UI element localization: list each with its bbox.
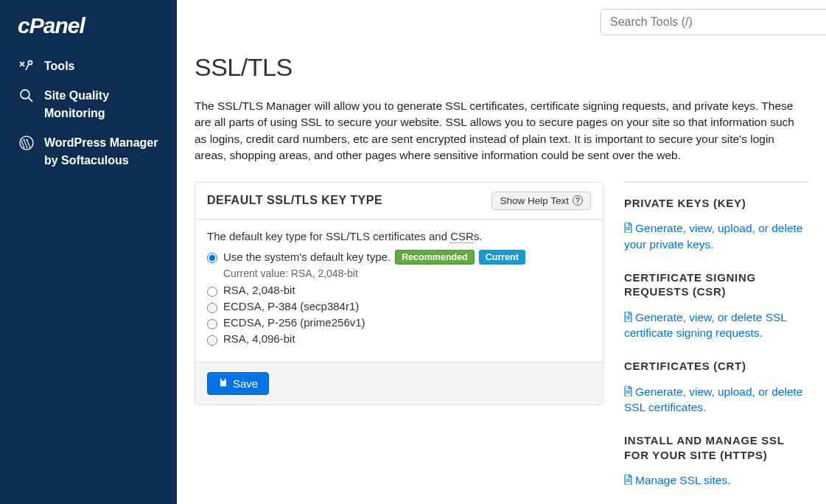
file-icon	[624, 385, 632, 398]
svg-point-1	[21, 90, 29, 99]
key-type-option-rsa2048[interactable]: RSA, 2,048-bit	[207, 284, 591, 297]
sidebar: ccPanelPanel Tools Site Quality Monitori…	[0, 0, 177, 504]
section-certificates: CERTIFICATES (CRT) Generate, view, uploa…	[624, 359, 808, 416]
radio-rsa2048[interactable]	[207, 287, 217, 297]
section-title: INSTALL AND MANAGE SSL FOR YOUR SITE (HT…	[624, 433, 808, 462]
divider	[624, 182, 808, 183]
radio-label: ECDSA, P-256 (prime256v1)	[223, 316, 365, 329]
radio-rsa4096[interactable]	[207, 335, 217, 346]
radio-label: RSA, 2,048-bit	[223, 284, 295, 296]
csr-abbrev: CSR	[450, 230, 474, 243]
key-type-option-rsa4096[interactable]: RSA, 4,096-bit	[207, 332, 591, 346]
magnifier-icon	[18, 87, 35, 105]
key-type-option-ecdsa384[interactable]: ECDSA, P-384 (secp384r1)	[207, 300, 591, 313]
columns: DEFAULT SSL/TLS KEY TYPE Show Help Text …	[195, 182, 808, 504]
current-value-text: Current value: RSA, 2,048-bit	[223, 267, 591, 279]
wordpress-icon	[18, 134, 35, 152]
radio-default[interactable]	[207, 253, 217, 263]
sidebar-item-label: WordPress Manager by Softaculous	[44, 134, 159, 169]
help-button-label: Show Help Text	[500, 195, 569, 206]
card-body: The default key type for SSL/TLS certifi…	[195, 220, 603, 362]
search-input[interactable]	[601, 9, 826, 35]
question-icon: ?	[573, 195, 583, 206]
key-type-option-ecdsa256[interactable]: ECDSA, P-256 (prime256v1)	[207, 316, 591, 329]
current-badge: Current	[479, 250, 525, 265]
page-title: SSL/TLS	[195, 53, 808, 82]
topbar	[177, 0, 826, 44]
brand-logo[interactable]: ccPanelPanel	[0, 13, 177, 52]
radio-label: ECDSA, P-384 (secp384r1)	[223, 300, 359, 312]
file-icon	[624, 474, 632, 486]
card-title: DEFAULT SSL/TLS KEY TYPE	[207, 194, 382, 207]
radio-label: Use the system's default key type.	[223, 251, 391, 263]
manage-ssl-link[interactable]: Manage SSL sites.	[624, 474, 731, 486]
card-column: DEFAULT SSL/TLS KEY TYPE Show Help Text …	[195, 182, 603, 504]
card-body-desc: The default key type for SSL/TLS certifi…	[207, 230, 591, 242]
save-icon	[218, 377, 228, 390]
radio-label: RSA, 4,096-bit	[223, 332, 295, 345]
page-description: The SSL/TLS Manager will allow you to ge…	[195, 98, 808, 164]
csr-link[interactable]: Generate, view, or delete SSL certificat…	[624, 311, 786, 340]
section-title: PRIVATE KEYS (KEY)	[624, 196, 808, 211]
recommended-badge: Recommended	[395, 250, 475, 265]
brand-logo-text: ccPanelPanel	[18, 13, 85, 38]
right-column: PRIVATE KEYS (KEY) Generate, view, uploa…	[624, 182, 808, 504]
section-install-ssl: INSTALL AND MANAGE SSL FOR YOUR SITE (HT…	[624, 433, 808, 489]
private-keys-link[interactable]: Generate, view, upload, or delete your p…	[624, 222, 802, 251]
tools-icon	[18, 57, 35, 75]
sidebar-item-tools[interactable]: Tools	[0, 52, 177, 81]
svg-point-0	[29, 61, 32, 65]
key-type-option-default[interactable]: Use the system's default key type. Recom…	[207, 250, 591, 265]
key-type-card: DEFAULT SSL/TLS KEY TYPE Show Help Text …	[195, 182, 603, 405]
section-title: CERTIFICATES (CRT)	[624, 359, 808, 374]
section-title: CERTIFICATE SIGNING REQUESTS (CSR)	[624, 270, 808, 299]
sidebar-item-label: Site Quality Monitoring	[44, 87, 159, 122]
sidebar-item-wordpress[interactable]: WordPress Manager by Softaculous	[0, 128, 177, 175]
card-footer: Save	[195, 362, 603, 405]
file-icon	[624, 311, 632, 323]
save-button-label: Save	[233, 377, 258, 390]
card-header: DEFAULT SSL/TLS KEY TYPE Show Help Text …	[195, 183, 603, 220]
section-private-keys: PRIVATE KEYS (KEY) Generate, view, uploa…	[624, 196, 808, 253]
section-csr: CERTIFICATE SIGNING REQUESTS (CSR) Gener…	[624, 270, 808, 341]
radio-ecdsa384[interactable]	[207, 303, 217, 313]
show-help-button[interactable]: Show Help Text ?	[491, 192, 591, 210]
content: SSL/TLS The SSL/TLS Manager will allow y…	[177, 44, 826, 504]
main: SSL/TLS The SSL/TLS Manager will allow y…	[177, 0, 826, 504]
certificates-link[interactable]: Generate, view, upload, or delete SSL ce…	[624, 385, 802, 414]
file-icon	[624, 222, 632, 234]
sidebar-item-site-quality[interactable]: Site Quality Monitoring	[0, 81, 177, 128]
save-button[interactable]: Save	[207, 372, 269, 395]
sidebar-item-label: Tools	[44, 57, 74, 75]
radio-ecdsa256[interactable]	[207, 319, 217, 329]
